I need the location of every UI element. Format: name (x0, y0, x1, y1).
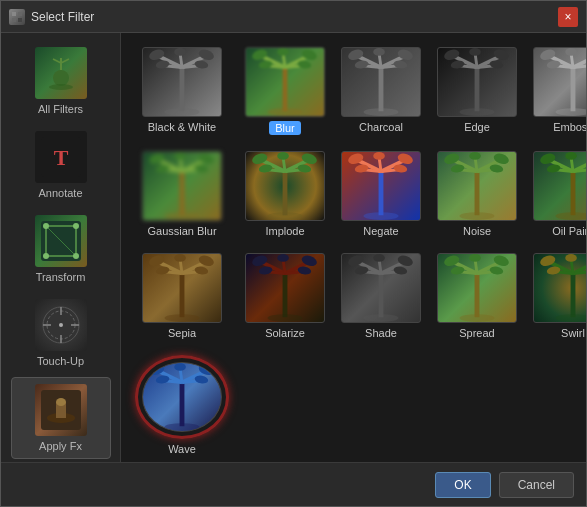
bottom-bar: OK Cancel (1, 462, 586, 506)
app-icon (9, 9, 25, 25)
wave-ring (135, 355, 229, 439)
sidebar-item-transform[interactable]: Transform (11, 209, 111, 289)
filter-label-charcoal: Charcoal (359, 121, 403, 133)
filter-thumb-emboss (533, 47, 586, 117)
svg-point-114 (277, 152, 289, 160)
filter-grid: Black & White Blur (131, 43, 576, 459)
filter-label-shade: Shade (365, 327, 397, 339)
filter-thumb-implode (245, 151, 325, 221)
svg-point-222 (174, 363, 186, 371)
filter-thumb-gaussian-blur (142, 151, 222, 221)
filter-item-noise[interactable]: Noise (433, 147, 521, 241)
svg-point-21 (59, 323, 63, 327)
svg-point-79 (460, 108, 495, 116)
svg-rect-1 (18, 12, 22, 16)
filter-thumb-sepia (142, 253, 222, 323)
svg-rect-3 (18, 18, 22, 22)
filter-item-black-white[interactable]: Black & White (131, 43, 233, 139)
filter-item-shade[interactable]: Shade (337, 249, 425, 343)
svg-point-15 (43, 223, 49, 229)
filter-label-solarize: Solarize (265, 327, 305, 339)
svg-line-84 (573, 65, 586, 67)
filter-thumb-negate (341, 151, 421, 221)
filter-item-emboss[interactable]: Emboss (529, 43, 586, 139)
titlebar-left: Select Filter (9, 9, 94, 25)
apply-fx-label: Apply Fx (39, 440, 82, 452)
svg-point-138 (469, 152, 481, 160)
svg-point-9 (49, 84, 73, 90)
svg-point-162 (174, 254, 186, 262)
filter-label-wave: Wave (168, 443, 196, 455)
svg-point-42 (174, 48, 186, 56)
filter-label-noise: Noise (463, 225, 491, 237)
filter-item-oil-paint[interactable]: Oil Paint (529, 147, 586, 241)
filter-item-sepia[interactable]: Sepia (131, 249, 233, 343)
svg-point-187 (364, 314, 399, 322)
svg-point-139 (460, 212, 495, 220)
filter-label-swirl: Swirl (561, 327, 585, 339)
main-content: All Filters T Annotate (1, 33, 586, 462)
select-filter-dialog: Select Filter × All Filters (0, 0, 587, 507)
filter-label-emboss: Emboss (553, 121, 586, 133)
filter-label-edge: Edge (464, 121, 490, 133)
filter-thumb-charcoal (341, 47, 421, 117)
svg-point-17 (43, 253, 49, 259)
filter-item-spread[interactable]: Spread (433, 249, 521, 343)
touch-up-icon (35, 299, 87, 351)
svg-text:T: T (53, 145, 68, 170)
filter-item-charcoal[interactable]: Charcoal (337, 43, 425, 139)
svg-point-198 (469, 254, 481, 262)
filter-item-solarize[interactable]: Solarize (241, 249, 329, 343)
all-filters-label: All Filters (38, 103, 83, 115)
filter-item-wave[interactable]: Wave (131, 351, 233, 459)
sidebar-item-touch-up[interactable]: Touch-Up (11, 293, 111, 373)
svg-point-211 (556, 314, 586, 322)
svg-point-151 (556, 212, 586, 220)
filter-item-implode[interactable]: Implode (241, 147, 329, 241)
svg-point-210 (565, 254, 577, 262)
svg-line-144 (573, 169, 586, 171)
filter-thumb-black-white (142, 47, 222, 117)
filter-thumb-swirl (533, 253, 586, 323)
transform-icon (35, 215, 87, 267)
filter-item-gaussian-blur[interactable]: Gaussian Blur (131, 147, 233, 241)
filter-item-edge[interactable]: Edge (433, 43, 521, 139)
sidebar-item-apply-fx[interactable]: Apply Fx (11, 377, 111, 459)
svg-point-163 (165, 314, 200, 322)
svg-point-78 (469, 48, 481, 56)
svg-point-54 (277, 48, 289, 56)
annotate-label: Annotate (38, 187, 82, 199)
transform-label: Transform (36, 271, 86, 283)
filter-item-blur[interactable]: Blur (241, 43, 329, 139)
sidebar: All Filters T Annotate (1, 33, 121, 462)
titlebar: Select Filter × (1, 1, 586, 33)
annotate-icon: T (35, 131, 87, 183)
svg-point-91 (556, 108, 586, 116)
filter-label-implode: Implode (265, 225, 304, 237)
svg-point-18 (73, 253, 79, 259)
filter-label-black-white: Black & White (148, 121, 216, 133)
svg-point-127 (364, 212, 399, 220)
svg-point-5 (53, 70, 69, 86)
cancel-button[interactable]: Cancel (499, 472, 574, 498)
svg-line-7 (53, 59, 61, 63)
svg-point-103 (165, 212, 200, 220)
filter-label-sepia: Sepia (168, 327, 196, 339)
apply-fx-icon (35, 384, 87, 436)
filter-label-spread: Spread (459, 327, 494, 339)
svg-point-90 (565, 48, 577, 56)
svg-point-175 (268, 314, 303, 322)
sidebar-item-all-filters[interactable]: All Filters (11, 41, 111, 121)
touch-up-label: Touch-Up (37, 355, 84, 367)
svg-point-102 (174, 152, 186, 160)
filter-thumb-edge (437, 47, 517, 117)
ok-button[interactable]: OK (435, 472, 490, 498)
close-button[interactable]: × (558, 7, 578, 27)
svg-point-43 (165, 108, 200, 116)
svg-point-186 (373, 254, 385, 262)
filter-thumb-blur (245, 47, 325, 117)
sidebar-item-annotate[interactable]: T Annotate (11, 125, 111, 205)
svg-rect-0 (12, 12, 16, 16)
filter-item-negate[interactable]: Negate (337, 147, 425, 241)
filter-item-swirl[interactable]: Swirl (529, 249, 586, 343)
